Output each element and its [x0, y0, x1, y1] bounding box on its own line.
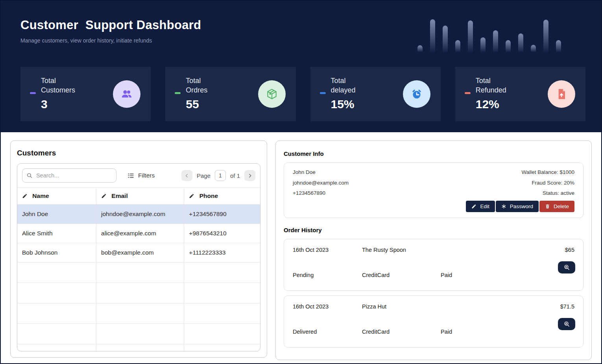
- order-paid: Paid: [441, 272, 452, 278]
- zoom-search-icon: [563, 264, 570, 271]
- cell-email[interactable]: bob@example.com: [96, 243, 184, 262]
- alarm-clock-icon: [403, 80, 430, 108]
- table-row-empty: [17, 344, 260, 352]
- stat-card-total-refunded: Total Refunded 12%: [455, 67, 585, 121]
- search-input[interactable]: [22, 168, 116, 183]
- customer-status: Status: active: [466, 190, 574, 196]
- cell-name[interactable]: Alice Smith: [17, 224, 96, 243]
- order-details-button[interactable]: [558, 261, 575, 273]
- stat-card-total-orders: Total Ordres 55: [165, 67, 295, 121]
- delete-button[interactable]: Delete: [539, 201, 574, 212]
- stat-accent-dash: [465, 92, 471, 94]
- stats-row: Total Customers 3 Total Ordres: [20, 67, 585, 121]
- stat-accent-dash: [175, 92, 181, 94]
- order-details-button[interactable]: [558, 318, 575, 330]
- page-of-label: of 1: [230, 172, 240, 179]
- customer-info-card: John Doe johndoe@example.com +1234567890…: [284, 163, 584, 218]
- column-header-email[interactable]: Email: [96, 188, 184, 205]
- order-merchant: Pizza Hut: [362, 303, 560, 310]
- decorative-bar-chart: [417, 18, 561, 52]
- stat-value: 15%: [331, 98, 356, 111]
- file-upload-icon: [548, 80, 575, 108]
- cell-name[interactable]: John Doe: [17, 205, 96, 224]
- cell-email[interactable]: johndoe@example.com: [96, 205, 184, 224]
- cell-phone[interactable]: +9876543210: [184, 224, 260, 243]
- stat-card-total-delayed: Total delayed 15%: [310, 67, 441, 121]
- hero-header: Customer Support Dashboard Manage custom…: [1, 1, 601, 132]
- table-row[interactable]: Bob Johnson bob@example.com +1112223333: [17, 243, 260, 262]
- customer-actions: Edit Password Delete: [466, 201, 574, 212]
- customer-details-panel: Customer Info John Doe johndoe@example.c…: [275, 140, 592, 360]
- order-payment: CreditCard: [362, 329, 441, 335]
- trash-icon: [545, 204, 550, 209]
- stat-value: 55: [186, 98, 207, 111]
- table-row-empty: [17, 262, 260, 283]
- next-page-button[interactable]: [244, 170, 255, 181]
- customer-email: johndoe@example.com: [293, 180, 349, 186]
- order-date: 16th Oct 2023: [293, 303, 362, 310]
- order-card: 16th Oct 2023 Pizza Hut $71.5 Delivered …: [284, 296, 584, 347]
- stat-card-total-customers: Total Customers 3: [20, 67, 151, 121]
- cell-phone[interactable]: +1234567890: [184, 205, 260, 224]
- search-icon: [26, 172, 33, 179]
- filters-icon: [127, 172, 135, 179]
- stat-label: Total Customers: [41, 76, 75, 95]
- prev-page-button[interactable]: [181, 170, 192, 181]
- filters-button[interactable]: Filters: [127, 172, 155, 179]
- edit-icon: [471, 204, 476, 209]
- password-button[interactable]: Password: [496, 201, 539, 212]
- cell-phone[interactable]: +1112223333: [184, 243, 260, 262]
- stat-accent-dash: [320, 92, 326, 94]
- order-date: 16th Oct 2023: [293, 247, 362, 253]
- order-paid: Paid: [441, 329, 452, 335]
- customers-title: Customers: [17, 149, 260, 157]
- customers-table-container: Filters Page of 1: [17, 163, 260, 351]
- pencil-icon: [22, 193, 28, 199]
- order-amount: $71.5: [560, 303, 574, 310]
- order-status: Delivered: [293, 329, 362, 335]
- pencil-icon: [101, 193, 107, 199]
- chevron-left-icon: [184, 173, 189, 178]
- stat-value: 12%: [476, 98, 506, 111]
- chevron-right-icon: [247, 173, 253, 178]
- customer-name: John Doe: [293, 169, 349, 175]
- users-icon: [113, 80, 140, 108]
- pencil-icon: [189, 193, 194, 199]
- customers-table: Name Email Phone John Doe: [17, 187, 260, 351]
- wallet-balance: Wallet Balance: $1000: [466, 169, 574, 175]
- page-label: Page: [197, 172, 211, 179]
- stat-label: Total delayed: [331, 76, 356, 95]
- fraud-score: Fraud Score: 20%: [466, 180, 574, 186]
- table-toolbar: Filters Page of 1: [17, 164, 260, 187]
- stat-accent-dash: [30, 92, 36, 94]
- column-header-name[interactable]: Name: [17, 188, 96, 205]
- zoom-search-icon: [563, 321, 570, 327]
- asterisk-icon: [501, 204, 506, 209]
- table-row-empty: [17, 303, 260, 324]
- order-status: Pending: [293, 272, 362, 278]
- cell-name[interactable]: Bob Johnson: [17, 243, 96, 262]
- table-row[interactable]: John Doe johndoe@example.com +1234567890: [17, 205, 260, 224]
- customers-panel: Customers Filters: [10, 140, 267, 358]
- order-card: 16th Oct 2023 The Rusty Spoon $65 Pendin…: [284, 239, 584, 291]
- order-merchant: The Rusty Spoon: [362, 247, 565, 253]
- customer-info-title: Customer Info: [284, 150, 584, 157]
- cell-email[interactable]: alice@example.com: [96, 224, 184, 243]
- edit-button[interactable]: Edit: [466, 201, 495, 212]
- table-row-empty: [17, 283, 260, 303]
- pagination: Page of 1: [181, 170, 255, 181]
- order-amount: $65: [565, 247, 574, 253]
- search-box: [22, 168, 116, 183]
- table-row[interactable]: Alice Smith alice@example.com +987654321…: [17, 224, 260, 243]
- table-row-empty: [17, 324, 260, 344]
- page-input[interactable]: [215, 170, 226, 181]
- order-history-title: Order History: [284, 227, 584, 233]
- stat-label: Total Ordres: [186, 76, 207, 95]
- customer-phone: +1234567890: [293, 190, 349, 196]
- order-payment: CreditCard: [362, 272, 441, 278]
- column-header-phone[interactable]: Phone: [184, 188, 260, 205]
- stat-value: 3: [41, 98, 75, 111]
- stat-label: Total Refunded: [476, 76, 506, 95]
- main-content: Customers Filters: [1, 132, 601, 360]
- package-icon: [258, 80, 286, 108]
